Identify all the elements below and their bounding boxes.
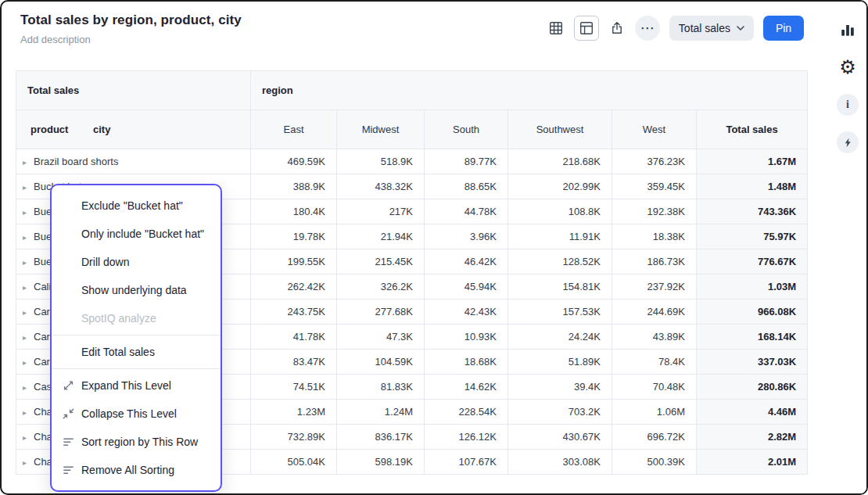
cell-value[interactable]: 81.83K [337,375,425,400]
cell-value[interactable]: 24.24K [508,325,612,350]
cell-value[interactable]: 39.4K [508,375,612,400]
cell-value[interactable]: 199.55K [251,249,337,274]
menu-item[interactable]: Show underlying data [52,276,221,304]
column-header[interactable]: East [251,110,337,149]
cell-value[interactable]: 500.39K [612,450,697,475]
pivot-view-button[interactable] [574,16,599,41]
cell-value[interactable]: 1.23M [251,400,337,425]
cell-value[interactable]: 14.62K [425,375,508,400]
menu-item[interactable]: Edit Total sales [52,338,221,366]
cell-value[interactable]: 277.68K [337,300,425,325]
cell-value[interactable]: 262.42K [251,274,337,300]
cell-value[interactable]: 430.67K [508,425,612,450]
menu-item[interactable]: Expand This Level [52,371,221,400]
cell-value[interactable]: 45.94K [425,274,508,300]
menu-item[interactable]: Sort region by This Row [52,428,221,456]
product-dim-label[interactable]: product [30,124,68,135]
cell-value[interactable]: 505.04K [251,450,337,475]
cell-value[interactable]: 47.3K [337,325,425,350]
cell-value[interactable]: 78.4K [612,350,697,375]
cell-value[interactable]: 128.52K [508,249,612,274]
pin-button[interactable]: Pin [763,16,804,41]
info-icon[interactable]: i [837,94,859,116]
cell-value[interactable]: 19.78K [251,224,337,249]
settings-gear-icon[interactable]: ⚙ [837,56,859,78]
cell-value[interactable]: 104.59K [337,350,425,375]
cell-value[interactable]: 18.38K [612,224,697,249]
cell-value[interactable]: 388.9K [251,174,337,199]
cell-value[interactable]: 1.24M [337,400,425,425]
cell-value[interactable]: 180.4K [251,199,337,224]
expand-caret-icon[interactable]: ▸ [23,208,34,217]
column-header[interactable]: Total sales [697,110,808,149]
cell-value[interactable]: 202.99K [508,174,612,199]
expand-caret-icon[interactable]: ▸ [23,408,34,417]
table-view-icon[interactable] [547,20,565,37]
cell-value[interactable]: 41.78K [251,325,337,350]
cell-value[interactable]: 359.45K [612,174,697,199]
cell-value[interactable]: 244.69K [612,300,697,325]
menu-item[interactable]: Drill down [52,248,221,276]
cell-value[interactable]: 1.06M [612,400,697,425]
column-header[interactable]: Southwest [508,110,612,149]
cell-value[interactable]: 88.65K [425,174,508,199]
cell-value[interactable]: 74.51K [251,375,337,400]
cell-value[interactable]: 438.32K [337,174,425,199]
expand-caret-icon[interactable]: ▸ [23,433,34,442]
cell-value[interactable]: 11.91K [508,224,612,249]
cell-value[interactable]: 192.38K [612,199,697,224]
cell-value[interactable]: 43.89K [612,325,697,350]
cell-value[interactable]: 10.93K [425,325,508,350]
menu-item[interactable]: Remove All Sorting [52,456,221,484]
cell-value[interactable]: 107.67K [425,450,508,475]
cell-value[interactable]: 243.75K [251,300,337,325]
cell-value[interactable]: 157.53K [508,300,612,325]
city-dim-label[interactable]: city [93,124,110,135]
cell-value[interactable]: 237.92K [612,274,697,300]
expand-caret-icon[interactable]: ▸ [23,158,34,167]
cell-value[interactable]: 518.9K [337,149,425,174]
expand-caret-icon[interactable]: ▸ [23,233,34,242]
cell-value[interactable]: 108.8K [508,199,612,224]
cell-value[interactable]: 376.23K [612,149,697,174]
expand-caret-icon[interactable]: ▸ [23,333,34,342]
menu-item[interactable]: Exclude "Bucket hat" [52,192,221,220]
column-header[interactable]: West [612,110,697,149]
cell-value[interactable]: 326.2K [337,274,425,300]
cell-value[interactable]: 703.2K [508,400,612,425]
spotiq-lightning-icon[interactable] [837,131,859,153]
cell-value[interactable]: 218.68K [508,149,612,174]
cell-value[interactable]: 18.68K [425,350,508,375]
cell-value[interactable]: 42.43K [425,300,508,325]
cell-value[interactable]: 469.59K [251,149,337,174]
cell-value[interactable]: 44.78K [425,199,508,224]
cell-value[interactable]: 732.89K [251,425,337,450]
add-description-link[interactable]: Add description [20,34,242,45]
expand-caret-icon[interactable]: ▸ [23,383,34,392]
expand-caret-icon[interactable]: ▸ [23,308,34,317]
cell-value[interactable]: 215.45K [337,249,425,274]
cell-value[interactable]: 83.47K [251,350,337,375]
cell-value[interactable]: 70.48K [612,375,697,400]
expand-caret-icon[interactable]: ▸ [23,183,34,192]
cell-value[interactable]: 51.89K [508,350,612,375]
column-group-header[interactable]: region [251,71,808,110]
expand-caret-icon[interactable]: ▸ [23,458,34,467]
cell-value[interactable]: 217K [337,199,425,224]
cell-value[interactable]: 836.17K [337,425,425,450]
expand-caret-icon[interactable]: ▸ [23,283,34,292]
menu-item[interactable]: Only include "Bucket hat" [52,220,221,248]
cell-value[interactable]: 303.08K [508,450,612,475]
measure-dropdown[interactable]: Total sales [669,16,754,41]
more-options-button[interactable]: ⋯ [635,16,660,41]
cell-value[interactable]: 154.81K [508,274,612,300]
expand-caret-icon[interactable]: ▸ [23,258,34,267]
cell-value[interactable]: 598.19K [337,450,425,475]
share-icon[interactable] [608,20,626,37]
expand-caret-icon[interactable]: ▸ [23,358,34,367]
cell-value[interactable]: 3.96K [425,224,508,249]
cell-value[interactable]: 228.54K [425,400,508,425]
cell-value[interactable]: 21.94K [337,224,425,249]
cell-value[interactable]: 186.73K [612,249,697,274]
cell-value[interactable]: 696.72K [612,425,697,450]
